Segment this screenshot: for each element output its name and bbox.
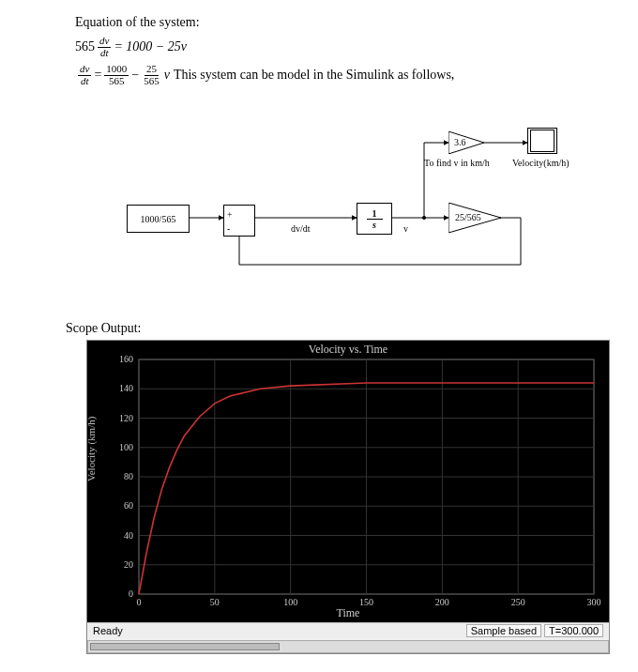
integrator-den: s <box>372 220 376 230</box>
chart-svg: 020406080100120140160050100150200250300 <box>87 341 609 622</box>
status-time: T=300.000 <box>544 624 603 637</box>
block-sum: + - <box>223 205 255 237</box>
svg-text:100: 100 <box>119 442 133 452</box>
scope-window: Velocity vs. Time Velocity (km/h) Time 0… <box>86 340 610 654</box>
eq2-t1-num: 1000 <box>104 64 129 76</box>
status-ready: Ready <box>93 625 123 636</box>
integrator-num: 1 <box>367 208 383 220</box>
label-dvdt: dv/dt <box>291 223 311 234</box>
eq2-left-den: dt <box>79 76 91 87</box>
sum-minus: - <box>227 223 230 234</box>
svg-text:80: 80 <box>124 471 133 481</box>
svg-text:140: 140 <box>119 383 133 393</box>
svg-text:250: 250 <box>511 597 525 607</box>
equation-2: dv dt = 1000 565 − 25 565 v This system … <box>75 64 619 86</box>
horizontal-scrollbar[interactable] <box>87 640 609 653</box>
eq2-equals: = <box>94 68 101 83</box>
scope-plot-area: Velocity vs. Time Velocity (km/h) Time 0… <box>87 341 609 622</box>
equation-heading: Equation of the system: <box>75 15 619 30</box>
eq1-rhs: = 1000 − 25v <box>114 39 187 54</box>
label-v: v <box>403 223 408 234</box>
sum-plus: + <box>227 209 233 220</box>
model-sentence: This system can be model in the Simulink… <box>174 68 454 83</box>
svg-text:150: 150 <box>359 597 373 607</box>
eq2-t2-den: 565 <box>142 76 161 87</box>
svg-text:20: 20 <box>124 559 133 570</box>
block-scope <box>527 128 557 154</box>
eq2-minus: − <box>131 68 139 83</box>
scope-status-bar: Ready Sample based T=300.000 <box>87 622 609 638</box>
svg-text:300: 300 <box>587 597 601 607</box>
svg-text:200: 200 <box>435 597 449 607</box>
svg-text:50: 50 <box>210 597 220 607</box>
svg-text:100: 100 <box>283 597 297 607</box>
svg-text:0: 0 <box>129 588 133 599</box>
svg-text:40: 40 <box>124 530 133 541</box>
svg-text:60: 60 <box>124 500 133 511</box>
eq1-frac-num: dv <box>98 36 111 48</box>
eq1-frac-den: dt <box>99 48 111 59</box>
gain-top-label: 3.6 <box>454 137 466 147</box>
eq2-t2-num: 25 <box>144 64 159 76</box>
label-scope-name: Velocity(km/h) <box>512 158 570 168</box>
gain-fb-label: 25/565 <box>455 212 481 222</box>
eq1-coeff: 565 <box>75 39 95 54</box>
eq2-v: v <box>164 68 170 83</box>
block-integrator: 1 s <box>357 203 392 235</box>
status-sample: Sample based <box>466 624 541 637</box>
simulink-diagram: 1000/565 + - dv/dt 1 s v 25/565 3.6 To f… <box>75 115 600 302</box>
scope-output-heading: Scope Output: <box>66 321 619 336</box>
equation-1: 565 dv dt = 1000 − 25v <box>75 36 619 58</box>
eq2-t1-den: 565 <box>107 76 127 87</box>
block-constant: 1000/565 <box>127 205 190 233</box>
svg-text:0: 0 <box>137 597 142 607</box>
svg-text:160: 160 <box>119 354 133 364</box>
label-find-kmh: To find v in km/h <box>424 158 490 168</box>
svg-text:120: 120 <box>119 413 133 423</box>
eq2-left-num: dv <box>78 64 91 76</box>
